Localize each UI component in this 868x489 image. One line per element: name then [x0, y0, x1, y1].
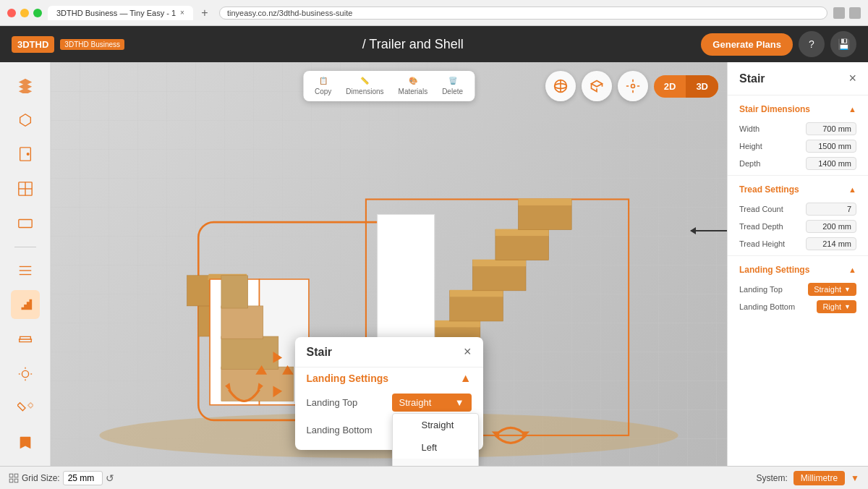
minimize-btn[interactable]: [20, 9, 29, 17]
tread-depth-value[interactable]: 200 mm: [806, 220, 856, 233]
tread-count-row: Tread Count 7: [728, 200, 868, 218]
dimensions-tool[interactable]: 📏 Dimensions: [346, 77, 383, 95]
svg-point-1: [27, 153, 29, 156]
landing-top-select-btn[interactable]: Straight ▼: [392, 394, 472, 412]
system-dropdown-arrow: ▼: [851, 473, 859, 483]
delete-tool[interactable]: 🗑️ Delete: [442, 77, 463, 95]
stair-popup-header: Stair ×: [295, 337, 483, 367]
sidebar-item-stack[interactable]: [11, 256, 40, 285]
landing-bottom-dropdown-icon: ▼: [844, 303, 851, 310]
landing-settings-header-right[interactable]: Landing Settings ▲: [728, 259, 868, 281]
check-right: ✓: [404, 464, 416, 466]
svg-rect-5: [18, 219, 31, 227]
copy-tool[interactable]: 📋 Copy: [315, 77, 331, 95]
dropdown-label-straight: Straight: [422, 420, 454, 430]
view-controls: 2D 3D: [545, 71, 718, 101]
dropdown-item-left[interactable]: Left: [393, 436, 478, 459]
svg-rect-38: [450, 290, 503, 297]
svg-rect-42: [495, 229, 549, 236]
tread-settings-header[interactable]: Tread Settings ▲: [728, 179, 868, 200]
maximize-btn[interactable]: [33, 9, 42, 17]
props-panel-title: Stair: [739, 72, 765, 85]
grid-reset-btn[interactable]: ↺: [106, 472, 114, 484]
tread-height-row: Tread Height 214 mm: [728, 235, 868, 252]
sidebar-item-stair[interactable]: [11, 290, 40, 319]
active-tab[interactable]: 3DTHD Business — Tiny Easy - 1 ×: [48, 6, 193, 20]
dropdown-label-left: Left: [422, 442, 438, 453]
sidebar-item-lighting[interactable]: [11, 360, 40, 388]
close-btn[interactable]: [7, 9, 16, 17]
props-panel-header: Stair ×: [728, 62, 868, 95]
depth-value[interactable]: 1400 mm: [806, 157, 856, 170]
materials-label: Materials: [399, 88, 428, 95]
tread-height-label: Tread Height: [739, 239, 785, 248]
main-content: 📋 Copy 📏 Dimensions 🎨 Materials 🗑️ Delet…: [0, 62, 868, 466]
materials-icon: 🎨: [409, 77, 417, 85]
dropdown-item-straight[interactable]: Straight: [393, 414, 478, 436]
landing-bottom-right-wrapper: Right ▼: [817, 300, 856, 313]
logo-area: 3DTHD 3DTHD Business: [12, 36, 124, 53]
sidebar-item-panel[interactable]: [11, 209, 40, 238]
tread-count-value[interactable]: 7: [806, 203, 856, 216]
dimensions-icon: 📏: [360, 77, 369, 85]
landing-settings-title-right: Landing Settings: [739, 265, 809, 275]
width-value[interactable]: 700 mm: [806, 122, 856, 135]
sidebar-item-layers[interactable]: [11, 71, 40, 100]
landing-top-right-btn[interactable]: Straight ▼: [808, 283, 856, 296]
svg-point-9: [22, 370, 28, 377]
header-right: Generate Plans ? 💾: [701, 31, 856, 57]
sidebar-item-furniture[interactable]: [11, 325, 40, 354]
viewport[interactable]: 📋 Copy 📏 Dimensions 🎨 Materials 🗑️ Delet…: [51, 62, 727, 466]
connector-arrowhead: [690, 227, 696, 234]
sidebar-item-door[interactable]: [11, 140, 40, 169]
tab-close-btn[interactable]: ×: [180, 9, 184, 17]
landing-settings-arrow-right: ▲: [848, 265, 856, 274]
sidebar-item-windows[interactable]: [11, 174, 40, 203]
tab-bar: 3DTHD Business — Tiny Easy - 1 × +: [48, 4, 213, 22]
address-bar[interactable]: tinyeasy.co.nz/3dthd-business-suite: [219, 7, 827, 20]
left-sidebar: [0, 62, 51, 466]
save-icon-btn[interactable]: 💾: [830, 31, 856, 57]
height-value[interactable]: 1500 mm: [806, 140, 856, 153]
sidebar-item-materials[interactable]: [11, 394, 40, 423]
stair-dimensions-title: Stair Dimensions: [739, 104, 810, 114]
landing-bottom-right-btn[interactable]: Right ▼: [817, 300, 856, 313]
landing-top-value: Straight: [399, 397, 432, 408]
bottom-bar: Grid Size: ↺ System: Millimetre ▼: [0, 466, 868, 489]
orbit-view-btn[interactable]: [545, 71, 576, 101]
3d-mode-btn[interactable]: 3D: [686, 75, 718, 98]
width-label: Width: [739, 124, 760, 133]
stair-popup-close[interactable]: ×: [464, 344, 472, 360]
help-icon-btn[interactable]: ?: [799, 31, 825, 57]
new-tab-btn[interactable]: +: [196, 4, 213, 22]
sidebar-item-shape[interactable]: [11, 106, 40, 135]
window-controls[interactable]: [7, 9, 42, 17]
floating-toolbar: 📋 Copy 📏 Dimensions 🎨 Materials 🗑️ Delet…: [303, 71, 475, 101]
generate-plans-button[interactable]: Generate Plans: [701, 33, 793, 56]
dropdown-arrow-icon: ▼: [455, 397, 464, 408]
tread-height-value[interactable]: 214 mm: [806, 237, 856, 250]
materials-tool[interactable]: 🎨 Materials: [399, 77, 428, 95]
dropdown-item-right[interactable]: ✓ Right: [393, 459, 478, 466]
stair-dimensions-header[interactable]: Stair Dimensions ▲: [728, 98, 868, 120]
system-value-btn[interactable]: Millimetre: [793, 471, 845, 485]
right-properties-panel: Stair × Stair Dimensions ▲ Width 700 mm …: [727, 62, 868, 466]
perspective-view-btn[interactable]: [582, 71, 612, 101]
landing-top-right-wrapper: Straight ▼: [808, 283, 856, 296]
landing-bottom-right-row: Landing Bottom Right ▼: [728, 298, 868, 315]
2d-mode-btn[interactable]: 2D: [654, 75, 686, 98]
stair-landing-popup: Stair × Landing Settings ▲ Landing Top S…: [295, 337, 483, 450]
landing-top-right-row: Landing Top Straight ▼: [728, 281, 868, 298]
reset-view-btn[interactable]: [618, 71, 648, 101]
landing-settings-title: Landing Settings: [307, 373, 389, 384]
grid-size-input[interactable]: [63, 471, 103, 485]
2d-3d-toggle[interactable]: 2D 3D: [654, 75, 718, 98]
landing-top-right-label: Landing Top: [739, 285, 783, 294]
extension-icon: [833, 7, 845, 19]
browser-icons: [833, 7, 861, 19]
props-panel-close-btn[interactable]: ×: [848, 71, 856, 86]
landing-top-select-wrapper: Straight ▼ Straight Left: [392, 394, 472, 412]
svg-rect-51: [14, 474, 18, 477]
delete-label: Delete: [442, 88, 463, 95]
sidebar-item-bookmark[interactable]: [11, 428, 40, 457]
